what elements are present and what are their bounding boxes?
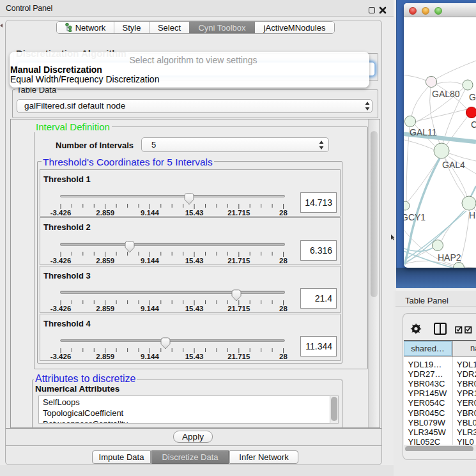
- svg-text:GA: GA: [469, 92, 476, 102]
- svg-text:GAL4: GAL4: [442, 160, 465, 170]
- svg-text:GAL11: GAL11: [410, 127, 437, 137]
- svg-text:HAP2: HAP2: [438, 252, 461, 263]
- svg-text:GCY1: GCY1: [404, 212, 426, 222]
- svg-text:GAL80: GAL80: [432, 89, 460, 99]
- svg-text:C: C: [471, 119, 476, 130]
- svg-text:H: H: [469, 210, 475, 220]
